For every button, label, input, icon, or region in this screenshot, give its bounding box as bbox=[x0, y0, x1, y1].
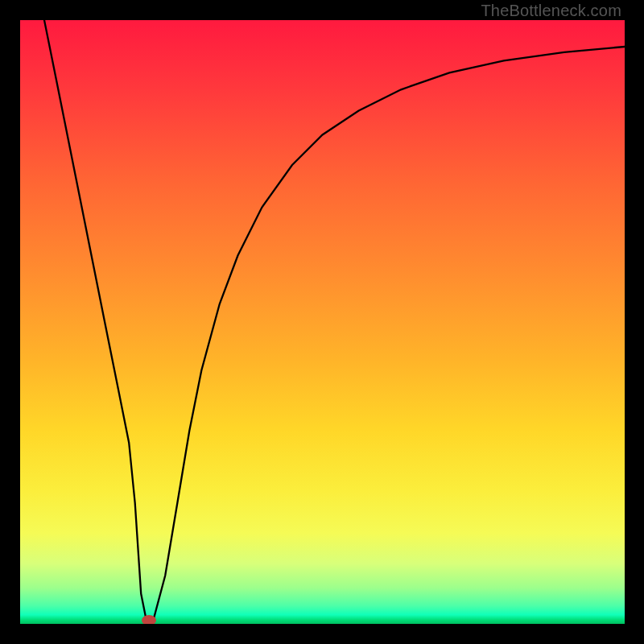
curve-layer bbox=[20, 20, 625, 624]
chart-frame: TheBottleneck.com bbox=[0, 0, 644, 644]
plot-area bbox=[20, 20, 625, 624]
bottleneck-curve bbox=[44, 20, 625, 624]
watermark-text: TheBottleneck.com bbox=[481, 2, 621, 20]
